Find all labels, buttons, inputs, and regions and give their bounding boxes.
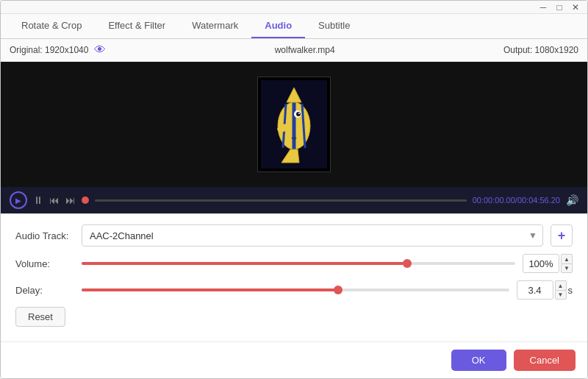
- video-preview: [1, 62, 587, 187]
- time-total: 00:04:56.20: [517, 196, 560, 205]
- audio-track-row: Audio Track: AAC-2Channel ▼ +: [15, 224, 573, 247]
- playback-bar: ▶ ⏸ ⏮ ⏭ 00:00:00.00/00:04:56.20 🔊: [1, 187, 587, 213]
- reset-row: Reset: [15, 307, 573, 327]
- delay-slider-fill: [82, 288, 338, 291]
- tab-rotate-crop[interactable]: Rotate & Crop: [8, 14, 95, 38]
- window-controls: ─ □ ✕: [537, 1, 581, 13]
- footer: OK Cancel: [1, 341, 587, 378]
- volume-input[interactable]: [523, 254, 559, 273]
- add-track-button[interactable]: +: [551, 224, 573, 247]
- skip-forward-button[interactable]: ⏭: [65, 194, 76, 206]
- video-thumbnail: [257, 77, 331, 172]
- close-button[interactable]: ✕: [570, 1, 581, 13]
- delay-input[interactable]: [517, 280, 553, 300]
- cancel-button[interactable]: Cancel: [514, 350, 576, 371]
- volume-icon[interactable]: 🔊: [566, 194, 578, 206]
- tab-subtitle[interactable]: Subtitle: [305, 14, 363, 38]
- pause-button[interactable]: ⏸: [33, 194, 43, 206]
- volume-slider-thumb[interactable]: [403, 259, 412, 268]
- volume-stepper: ▲ ▼: [561, 254, 573, 273]
- volume-slider-wrapper: [82, 262, 515, 265]
- output-resolution: Output: 1080x1920: [503, 45, 578, 55]
- audio-track-label: Audio Track:: [15, 230, 74, 241]
- reset-button[interactable]: Reset: [15, 307, 65, 327]
- info-left: Original: 1920x1040 👁: [10, 43, 106, 57]
- skip-back-button[interactable]: ⏮: [49, 194, 60, 206]
- ok-button[interactable]: OK: [451, 350, 506, 371]
- progress-marker: [82, 196, 89, 204]
- fish-image: [261, 80, 327, 169]
- minimize-button[interactable]: ─: [537, 1, 549, 13]
- delay-stepper: ▲ ▼: [555, 280, 567, 300]
- delay-input-wrapper: ▲ ▼ s: [517, 280, 573, 300]
- audio-track-select-wrapper: AAC-2Channel ▼: [82, 224, 543, 247]
- filename: wolfwalker.mp4: [275, 45, 335, 55]
- original-resolution: Original: 1920x1040: [10, 45, 88, 55]
- time-current: 00:00:00.00: [473, 196, 515, 205]
- delay-slider-track[interactable]: [82, 288, 509, 291]
- tab-audio[interactable]: Audio: [251, 14, 305, 38]
- tab-watermark[interactable]: Watermark: [179, 14, 251, 38]
- svg-point-9: [296, 112, 301, 116]
- svg-point-10: [298, 113, 300, 114]
- visibility-icon[interactable]: 👁: [94, 43, 106, 57]
- maximize-button[interactable]: □: [553, 1, 565, 13]
- volume-increment-button[interactable]: ▲: [561, 254, 573, 263]
- play-button[interactable]: ▶: [10, 191, 27, 209]
- audio-track-select[interactable]: AAC-2Channel: [82, 224, 543, 247]
- delay-slider-wrapper: [82, 288, 509, 291]
- tab-effect-filter[interactable]: Effect & Filter: [95, 14, 179, 38]
- delay-row: Delay: ▲ ▼ s: [15, 280, 573, 300]
- volume-slider-fill: [82, 262, 407, 265]
- main-window: ─ □ ✕ Rotate & Crop Effect & Filter Wate…: [0, 0, 588, 379]
- info-bar: Original: 1920x1040 👁 wolfwalker.mp4 Out…: [1, 39, 587, 62]
- delay-slider-thumb[interactable]: [334, 286, 343, 294]
- volume-row: Volume: ▲ ▼: [15, 254, 573, 273]
- controls-panel: Audio Track: AAC-2Channel ▼ + Volume:: [1, 213, 587, 341]
- volume-label: Volume:: [15, 258, 74, 269]
- volume-slider-track[interactable]: [82, 262, 515, 265]
- volume-decrement-button[interactable]: ▼: [561, 263, 573, 273]
- delay-decrement-button[interactable]: ▼: [555, 290, 567, 300]
- volume-input-wrapper: ▲ ▼: [523, 254, 573, 273]
- delay-unit-label: s: [568, 285, 573, 296]
- time-display: 00:00:00.00/00:04:56.20: [473, 196, 560, 205]
- delay-increment-button[interactable]: ▲: [555, 280, 567, 290]
- title-bar: ─ □ ✕: [1, 1, 587, 14]
- delay-label: Delay:: [15, 285, 74, 296]
- progress-track[interactable]: [95, 199, 467, 202]
- tab-bar: Rotate & Crop Effect & Filter Watermark …: [1, 14, 587, 39]
